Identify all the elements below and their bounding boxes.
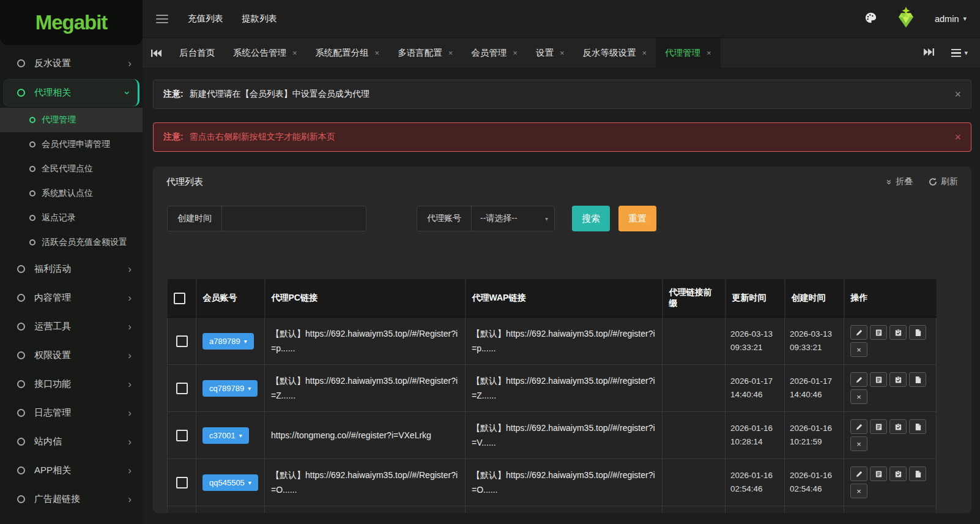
- created-time: 2026-01-16 02:54:46: [785, 459, 844, 506]
- verify-button[interactable]: [889, 325, 907, 340]
- records-button[interactable]: [870, 419, 887, 434]
- tab-label: 会员管理: [471, 47, 507, 59]
- delete-button[interactable]: ×: [850, 389, 867, 404]
- tab-settings[interactable]: 设置×: [527, 38, 574, 68]
- tab-rebate-level-settings[interactable]: 反水等级设置×: [573, 38, 656, 68]
- sidebar-item-logs[interactable]: 日志管理 ›: [0, 399, 143, 427]
- close-icon[interactable]: ×: [375, 48, 380, 58]
- sidebar-item-site-messages[interactable]: 站内信 ›: [0, 427, 143, 456]
- pencil-icon: [855, 329, 863, 337]
- collapse-button[interactable]: » 折叠: [887, 176, 913, 187]
- sidebar-item-agent-related[interactable]: 代理相关 ›: [3, 79, 139, 107]
- close-icon[interactable]: ×: [707, 48, 711, 58]
- submenu-item-member-agent-apply[interactable]: 会员代理申请管理: [0, 132, 143, 157]
- scroll-tabs-right-icon[interactable]: [924, 48, 934, 58]
- account-dropdown-button[interactable]: qq545505▾: [202, 474, 258, 491]
- updated-time: 2026-01-17 14:40:46: [726, 365, 785, 412]
- chevron-right-icon: ›: [128, 494, 132, 504]
- tab-multilanguage-config[interactable]: 多语言配置×: [388, 38, 462, 68]
- link-prefix: [663, 506, 726, 514]
- row-checkbox[interactable]: [176, 335, 188, 347]
- close-icon: ×: [856, 345, 861, 354]
- delete-button[interactable]: ×: [850, 484, 867, 498]
- refresh-button[interactable]: 刷新: [929, 176, 958, 187]
- close-icon[interactable]: ×: [560, 48, 565, 58]
- sidebar-toggle-hamburger-icon[interactable]: [156, 15, 168, 23]
- sidebar-item-permissions[interactable]: 权限设置 ›: [0, 341, 143, 370]
- report-button[interactable]: [909, 372, 926, 387]
- sidebar-item-label: 运营工具: [34, 321, 71, 332]
- tab-dashboard[interactable]: 后台首页: [170, 38, 224, 68]
- account-dropdown-button[interactable]: a789789▾: [202, 333, 254, 350]
- sidebar-item-welfare[interactable]: 福利活动 ›: [0, 255, 143, 283]
- search-button[interactable]: 搜索: [572, 206, 610, 231]
- tab-agent-management[interactable]: 代理管理×: [656, 38, 721, 68]
- sidebar-item-fanshui-settings[interactable]: 反水设置 ›: [0, 49, 143, 78]
- close-icon: ×: [856, 440, 861, 449]
- edit-button[interactable]: [850, 419, 867, 434]
- records-button[interactable]: [870, 325, 887, 340]
- created-time-input[interactable]: [222, 206, 366, 231]
- close-icon[interactable]: ×: [642, 48, 647, 58]
- user-menu[interactable]: admin ▾: [935, 14, 967, 24]
- account-dropdown-button[interactable]: c37001▾: [202, 427, 249, 444]
- circle-icon: [17, 380, 25, 388]
- tab-options-menu[interactable]: ▾: [951, 49, 968, 58]
- submenu-item-agent-management[interactable]: 代理管理: [0, 108, 143, 132]
- close-icon[interactable]: ×: [292, 48, 297, 58]
- sidebar-item-app-related[interactable]: APP相关 ›: [0, 456, 143, 485]
- close-icon[interactable]: ×: [513, 48, 518, 58]
- palette-icon[interactable]: [864, 11, 877, 26]
- account-dropdown-button[interactable]: cq789789▾: [202, 380, 258, 397]
- agent-account-label: 代理账号: [417, 206, 472, 231]
- agent-account-select[interactable]: --请选择-- ▾: [472, 206, 554, 231]
- file-icon: [914, 470, 922, 478]
- delete-button[interactable]: ×: [850, 342, 867, 357]
- close-icon[interactable]: ×: [954, 89, 961, 100]
- created-time-label: 创建时间: [168, 206, 222, 231]
- report-button[interactable]: [909, 325, 926, 340]
- sidebar-item-content[interactable]: 内容管理 ›: [0, 283, 143, 312]
- created-time: 2026-03-13 09:33:21: [785, 318, 844, 365]
- records-button[interactable]: [870, 372, 887, 387]
- report-button[interactable]: [909, 466, 926, 481]
- tab-system-config-groups[interactable]: 系统配置分组×: [306, 38, 389, 68]
- verify-button[interactable]: [889, 372, 907, 387]
- edit-button[interactable]: [850, 466, 867, 481]
- tab-system-announcements[interactable]: 系统公告管理×: [224, 38, 306, 68]
- circle-icon: [17, 466, 25, 474]
- select-all-checkbox[interactable]: [174, 293, 185, 304]
- sidebar-item-operation-tools[interactable]: 运营工具 ›: [0, 312, 143, 341]
- report-button[interactable]: [909, 419, 926, 434]
- circle-icon: [17, 495, 25, 503]
- topbar-link-withdraw-list[interactable]: 提款列表: [242, 13, 277, 24]
- scroll-tabs-left-icon[interactable]: [143, 38, 170, 68]
- delete-button[interactable]: ×: [850, 436, 867, 451]
- submenu-item-system-default-points[interactable]: 系统默认点位: [0, 181, 143, 206]
- edit-button[interactable]: [850, 325, 867, 340]
- diamond-icon[interactable]: [893, 7, 919, 31]
- row-checkbox[interactable]: [176, 477, 188, 488]
- username: admin: [935, 14, 959, 24]
- submenu-item-public-agent-points[interactable]: 全民代理点位: [0, 157, 143, 181]
- row-checkbox[interactable]: [176, 383, 188, 394]
- document-lines-icon: [875, 329, 883, 337]
- verify-button[interactable]: [889, 466, 907, 481]
- submenu-item-rebate-records[interactable]: 返点记录: [0, 206, 143, 230]
- topbar-link-recharge-list[interactable]: 充值列表: [188, 13, 223, 24]
- brand-logo[interactable]: Megabit: [0, 0, 143, 45]
- sidebar-item-ad-hyperlinks[interactable]: 广告超链接 ›: [0, 485, 143, 514]
- submenu-item-label: 代理管理: [42, 114, 76, 125]
- close-icon[interactable]: ×: [448, 48, 453, 58]
- header-link-prefix: 代理链接前缀: [663, 279, 726, 318]
- tab-member-management[interactable]: 会员管理×: [462, 38, 527, 68]
- verify-button[interactable]: [889, 419, 907, 434]
- sidebar-item-api-functions[interactable]: 接口功能 ›: [0, 370, 143, 399]
- reset-button[interactable]: 重置: [618, 206, 656, 231]
- caret-down-icon: ▾: [244, 338, 247, 345]
- submenu-item-active-member-recharge[interactable]: 活跃会员充值金额设置: [0, 230, 143, 255]
- row-checkbox[interactable]: [176, 430, 188, 441]
- records-button[interactable]: [870, 466, 887, 481]
- close-icon[interactable]: ×: [954, 132, 961, 143]
- edit-button[interactable]: [850, 372, 867, 387]
